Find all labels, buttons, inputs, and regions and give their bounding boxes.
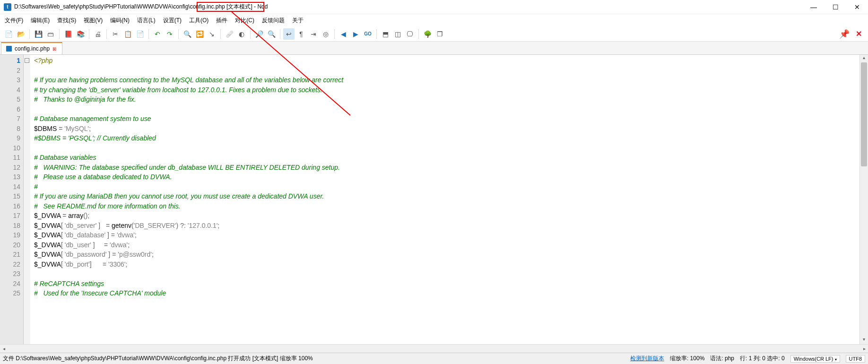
menu-视图[interactable]: 视图(V) — [81, 16, 105, 26]
undo-icon[interactable]: ↶ — [152, 28, 163, 40]
target-icon[interactable]: ◎ — [320, 28, 331, 40]
close-tab-icon[interactable]: 📕 — [62, 28, 74, 40]
menu-工具[interactable]: 工具(O) — [186, 16, 211, 26]
copy-icon[interactable]: 📋 — [122, 28, 133, 40]
print-icon[interactable]: 🖨 — [92, 28, 104, 40]
code-line: # try changing the 'db_server' variable … — [34, 85, 856, 95]
line-number: 3 — [0, 75, 20, 85]
code-line: $_DVWA[ 'db_port'] = '3306'; — [34, 260, 856, 269]
maximize-button[interactable]: ☐ — [825, 0, 846, 14]
file-icon — [6, 46, 12, 52]
status-language: 语法: php — [710, 355, 734, 363]
scroll-right-arrow-icon[interactable]: ▸ — [860, 345, 868, 353]
code-content[interactable]: <?php # If you are having problems conne… — [30, 55, 859, 344]
eraser-red-icon[interactable]: 🩹 — [224, 28, 235, 40]
menubar: 文件(F)编辑(E)查找(S)视图(V)编码(N)语言(L)设置(T)工具(O)… — [0, 14, 868, 26]
toolbar-separator — [106, 29, 107, 39]
toolbar-separator — [59, 29, 60, 39]
status-encoding[interactable]: UTF8 — [846, 355, 866, 363]
toolbar-separator — [148, 29, 149, 39]
toolbar-separator — [280, 29, 280, 39]
scroll-thumb[interactable] — [861, 62, 867, 166]
save-icon[interactable]: 💾 — [33, 28, 44, 40]
toolbar-separator — [418, 29, 419, 39]
scroll-down-arrow-icon[interactable]: ▾ — [860, 337, 868, 344]
open-file-icon[interactable]: 📂 — [15, 28, 26, 40]
code-line: # Thanks to @digininja for the fix. — [34, 95, 856, 104]
pin-icon[interactable]: 📌 — [839, 28, 850, 40]
tab-label: config.inc.php — [15, 45, 50, 52]
goto-icon[interactable]: ↘ — [206, 28, 217, 40]
split-v-icon[interactable]: ◫ — [392, 28, 403, 40]
line-number: 5 — [0, 95, 20, 104]
update-available-link[interactable]: 检测到新版本 — [630, 355, 664, 363]
line-number: 21 — [0, 250, 20, 260]
line-number: 22 — [0, 260, 20, 269]
menu-文件[interactable]: 文件(F) — [2, 16, 26, 26]
line-number: 8 — [0, 124, 20, 134]
toolbar-separator — [178, 29, 179, 39]
tab-config-inc-php[interactable]: config.inc.php ⊠ — [1, 42, 62, 54]
tab-close-icon[interactable]: ⊠ — [52, 46, 57, 51]
line-number: 10 — [0, 143, 20, 153]
scroll-up-arrow-icon[interactable]: ▴ — [860, 55, 868, 62]
menu-插件[interactable]: 插件 — [213, 16, 230, 26]
zoom-out-icon[interactable]: 🔍 — [266, 28, 277, 40]
menu-反馈问题[interactable]: 反馈问题 — [259, 16, 287, 26]
window-icon[interactable]: ❐ — [434, 28, 445, 40]
eraser-grey-icon[interactable]: ◐ — [236, 28, 247, 40]
new-file-icon[interactable]: 📄 — [3, 28, 14, 40]
wrap-lines-icon[interactable]: ↩ — [283, 28, 295, 40]
window-title: D:\Softwares\Web_safety\phpStudy\PHPTuto… — [14, 3, 268, 11]
go-icon[interactable]: GO — [362, 28, 373, 40]
menu-设置[interactable]: 设置(T) — [160, 16, 184, 26]
toolbar-separator — [29, 29, 30, 39]
line-number: 1 — [0, 56, 20, 66]
menu-语言[interactable]: 语言(L) — [134, 16, 158, 26]
code-line: # — [34, 182, 856, 192]
code-line: $_DVWA[ 'db_password' ] = 'p@ssw0rd'; — [34, 250, 856, 260]
line-number: 23 — [0, 269, 20, 279]
arrow-right-icon[interactable]: ▶ — [350, 28, 361, 40]
paste-icon[interactable]: 📄 — [134, 28, 146, 40]
split-h-icon[interactable]: ⬒ — [380, 28, 391, 40]
cut-icon[interactable]: ✂ — [110, 28, 121, 40]
monitor-icon[interactable]: 🖵 — [404, 28, 416, 40]
close-all-icon[interactable]: 📚 — [75, 28, 86, 40]
code-line: # Used for the 'Insecure CAPTCHA' module — [34, 288, 856, 298]
replace-icon[interactable]: 🔁 — [194, 28, 205, 40]
line-number: 9 — [0, 133, 20, 143]
menu-编码[interactable]: 编码(N) — [107, 16, 132, 26]
pilcrow-icon[interactable]: ¶ — [295, 28, 307, 40]
code-line: <?php — [34, 56, 856, 66]
zoom-in-icon[interactable]: 🔎 — [253, 28, 265, 40]
menu-对比[interactable]: 对比(C) — [232, 16, 257, 26]
line-number: 20 — [0, 240, 20, 250]
status-eol[interactable]: Windows(CR LF) ▾ — [790, 355, 840, 363]
code-line: $_DVWA[ 'db_user' ] = 'dvwa'; — [34, 240, 856, 250]
app-icon: t — [4, 3, 11, 11]
redo-icon[interactable]: ↷ — [164, 28, 175, 40]
menu-关于[interactable]: 关于 — [289, 16, 306, 26]
menu-编辑[interactable]: 编辑(E) — [28, 16, 52, 26]
minimize-button[interactable]: — — [803, 0, 825, 14]
close-toolbar-icon[interactable]: ✕ — [853, 28, 864, 40]
save-all-icon[interactable]: 🗃 — [45, 28, 56, 40]
find-icon[interactable]: 🔍 — [182, 28, 193, 40]
tree-icon[interactable]: 🌳 — [422, 28, 433, 40]
horizontal-scrollbar[interactable]: ◂ ▸ — [0, 344, 868, 353]
status-message: 文件 D:\Softwares\Web_safety\phpStudy\PHPT… — [3, 355, 625, 363]
fold-toggle-icon[interactable]: - — [25, 58, 29, 63]
arrow-left-icon[interactable]: ◀ — [338, 28, 349, 40]
code-line: $_DVWA[ 'db_database' ] = 'dvwa'; — [34, 230, 856, 240]
toolbar-separator — [89, 29, 89, 39]
close-window-button[interactable]: ✕ — [846, 0, 868, 14]
line-number: 2 — [0, 66, 20, 76]
vertical-scrollbar[interactable]: ▴ ▾ — [859, 55, 868, 344]
menu-查找[interactable]: 查找(S) — [54, 16, 79, 26]
line-number: 15 — [0, 191, 20, 201]
indent-icon[interactable]: ⇥ — [308, 28, 319, 40]
toolbar: 📄📂💾🗃📕📚🖨✂📋📄↶↷🔍🔁↘🩹◐🔎🔍↩¶⇥◎◀▶GO⬒◫🖵🌳❐ 📌 ✕ — [0, 26, 868, 42]
code-line: # WARNING: The database specified under … — [34, 163, 856, 173]
scroll-left-arrow-icon[interactable]: ◂ — [0, 345, 8, 353]
